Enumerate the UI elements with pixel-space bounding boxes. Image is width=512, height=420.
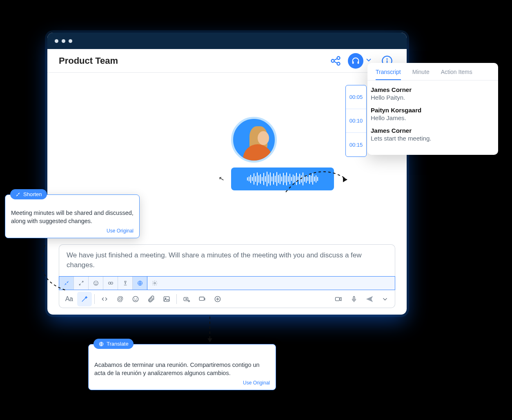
share-button[interactable] <box>327 53 344 69</box>
svg-point-15 <box>95 282 95 283</box>
chat-header: Product Team <box>47 49 407 73</box>
utterance-text: Hello Paityn. <box>371 94 491 101</box>
transcript-entries: James Corner Hello Paityn. Paityn Korsga… <box>367 80 498 142</box>
traffic-light-dot[interactable] <box>62 39 65 43</box>
chevron-down-icon <box>365 56 372 64</box>
tab-action-items[interactable]: Action Items <box>441 69 472 80</box>
speaker-avatar <box>231 117 277 163</box>
utterance-text: Hello James. <box>371 114 491 121</box>
add-button[interactable] <box>210 292 225 306</box>
translate-callout: Translate Acabamos de terminar una reuni… <box>88 344 276 390</box>
svg-point-0 <box>332 59 334 62</box>
headphones-icon <box>351 56 360 65</box>
mention-button[interactable]: @ <box>113 292 127 306</box>
svg-point-23 <box>136 298 137 299</box>
timestamp-column: 00:05 00:10 00:15 <box>345 85 367 157</box>
compose-input[interactable]: We have just finished a meeting. Will sh… <box>59 244 395 276</box>
svg-point-14 <box>93 281 98 286</box>
svg-point-2 <box>337 62 340 65</box>
ai-settings-button[interactable] <box>147 277 162 290</box>
tab-minute[interactable]: Minute <box>412 69 430 80</box>
svg-point-17 <box>108 282 110 284</box>
timestamp[interactable]: 00:15 <box>346 133 366 156</box>
compress-icon <box>15 192 21 197</box>
svg-rect-35 <box>353 296 354 299</box>
speaker-name: Paityn Korsgaard <box>371 107 491 114</box>
svg-point-16 <box>96 282 97 283</box>
svg-marker-41 <box>207 338 212 342</box>
svg-point-28 <box>188 300 189 302</box>
shorten-callout: Shorten Meeting minutes will be shared a… <box>5 194 140 238</box>
svg-point-25 <box>165 298 166 299</box>
image-button[interactable] <box>159 292 174 306</box>
traffic-light-dot[interactable] <box>69 39 72 43</box>
transcript-entry: Paityn Korsgaard Hello James. <box>371 107 491 121</box>
send-button[interactable] <box>362 292 377 306</box>
text-format-button[interactable]: Aa <box>62 292 76 306</box>
use-original-link[interactable]: Use Original <box>243 380 270 386</box>
ai-expand-button[interactable] <box>74 277 89 290</box>
screen-share-button[interactable] <box>195 292 209 306</box>
ai-tone-button[interactable] <box>89 277 103 290</box>
cursor-icon: ↖ <box>218 174 225 183</box>
timestamp[interactable]: 00:10 <box>346 109 366 133</box>
svg-point-22 <box>134 298 135 299</box>
transcript-entry: James Corner Lets start the meeting. <box>371 127 491 142</box>
ai-shorten-button[interactable] <box>59 277 74 290</box>
svg-rect-29 <box>199 297 204 300</box>
audio-waveform[interactable] <box>231 168 334 190</box>
timestamp[interactable]: 00:05 <box>346 85 366 109</box>
use-original-link[interactable]: Use Original <box>107 228 134 234</box>
ai-wand-button[interactable] <box>77 292 92 306</box>
svg-marker-27 <box>186 298 187 299</box>
shorten-label: Shorten <box>23 191 42 197</box>
format-toolbar: Aa @ <box>59 290 395 308</box>
svg-rect-33 <box>336 297 340 300</box>
record-video-button[interactable] <box>179 292 194 306</box>
attach-button[interactable] <box>144 292 158 306</box>
app-window: Product Team ↖ We have just finished a m… <box>47 33 407 315</box>
svg-line-4 <box>334 61 337 63</box>
ai-translate-button[interactable] <box>133 277 147 290</box>
transcript-panel: Transcript Minute Action Items 00:05 00:… <box>367 63 498 155</box>
code-button[interactable] <box>97 292 112 306</box>
ai-continue-button[interactable] <box>103 277 118 290</box>
translate-badge: Translate <box>93 339 134 349</box>
svg-rect-24 <box>164 297 169 302</box>
voice-note-button[interactable] <box>347 292 361 306</box>
speaker-name: James Corner <box>371 86 491 93</box>
svg-point-21 <box>133 296 138 302</box>
emoji-button[interactable] <box>128 292 143 306</box>
transcript-tabs: Transcript Minute Action Items <box>367 63 498 80</box>
svg-rect-5 <box>352 61 354 63</box>
ai-style-button[interactable] <box>118 277 133 290</box>
globe-icon <box>98 341 104 347</box>
svg-line-3 <box>334 58 337 60</box>
video-call-button[interactable] <box>331 292 346 306</box>
window-titlebar <box>47 33 407 49</box>
speaker-name: James Corner <box>371 127 491 134</box>
send-options-button[interactable] <box>378 292 392 306</box>
shorten-badge: Shorten <box>10 189 47 199</box>
shorten-result-text: Meeting minutes will be shared and discu… <box>11 209 134 226</box>
svg-point-20 <box>154 282 156 284</box>
svg-marker-36 <box>366 296 373 302</box>
translate-label: Translate <box>107 341 129 347</box>
svg-rect-6 <box>358 61 359 63</box>
traffic-light-dot[interactable] <box>55 39 58 43</box>
utterance-text: Lets start the meeting. <box>371 135 491 142</box>
chat-title: Product Team <box>59 56 118 66</box>
svg-point-18 <box>111 282 113 284</box>
tab-transcript[interactable]: Transcript <box>376 69 401 80</box>
translate-result-text: Acabamos de terminar una reunión. Compar… <box>94 361 270 378</box>
compose-area: We have just finished a meeting. Will sh… <box>59 244 395 308</box>
arrow-tool-to-translate <box>202 315 218 347</box>
share-icon <box>330 55 341 67</box>
svg-point-1 <box>337 56 340 59</box>
svg-point-8 <box>386 58 387 59</box>
transcript-entry: James Corner Hello Paityn. <box>371 86 491 101</box>
ai-toolbar <box>59 276 395 290</box>
